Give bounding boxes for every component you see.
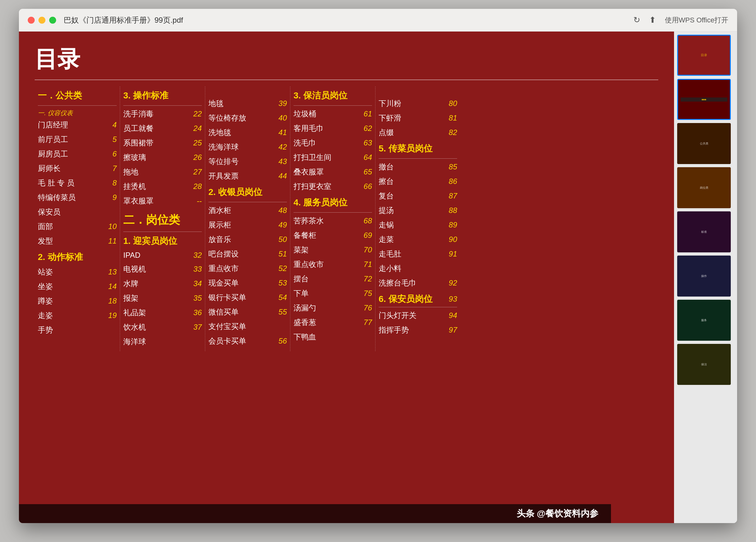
toc-item: 垃圾桶 61	[294, 109, 372, 119]
toc-item: 打扫卫生间 64	[294, 152, 372, 162]
toc-item: 支付宝买单	[208, 322, 287, 332]
toc-item: 微信买单 55	[208, 307, 287, 317]
toc-item: 发型 11	[38, 236, 117, 246]
toc-col-3: 地毯 39 等位椅存放 40 洗地毯 41 洗海洋球 42	[205, 86, 290, 351]
section-title-3: 3. 操作标准	[123, 90, 202, 102]
toc-item: 走锅 89	[379, 220, 457, 230]
toc-item: 菜架 70	[294, 245, 372, 255]
toc-item: 走姿 19	[38, 311, 117, 321]
toc-col-5: 下川粉 80 下虾滑 81 点缀 82 5. 传菜员岗位	[375, 86, 460, 351]
toc-item: 盛香葱 77	[294, 318, 372, 328]
toc-item: 厨师长 7	[38, 163, 117, 173]
thumbnail-2[interactable]: ■■■	[677, 79, 731, 120]
toc-item: 站姿 13	[38, 267, 117, 277]
toc-item: 饮水机 37	[123, 322, 202, 332]
toc-item: 叠衣服罩 65	[294, 167, 372, 177]
toc-item: 摆台 72	[294, 274, 372, 284]
thumbnail-3[interactable]: 公共类	[677, 123, 731, 164]
refresh-icon[interactable]: ↻	[633, 15, 640, 25]
toc-item: 现金买单 53	[208, 278, 287, 288]
window-controls	[28, 17, 56, 24]
toc-col-4: 3. 保洁员岗位 垃圾桶 61 客用毛巾 62 洗毛巾 63	[290, 86, 375, 351]
toc-item: 走菜 90	[379, 234, 457, 244]
toc-item: 重点收市 52	[208, 263, 287, 274]
toc-item: 走毛肚 91	[379, 249, 457, 259]
sub-section-label: 一. 仪容仪表	[38, 109, 117, 117]
section-title-7: 3. 保洁员岗位	[294, 90, 372, 102]
sidebar-thumbnails: 目录 ■■■ 公共类 岗位类	[674, 32, 737, 523]
footer-bar: 头条 @餐饮资料内参	[19, 504, 611, 523]
toc-item: 等位椅存放 40	[208, 113, 287, 123]
toc-item: 礼品架 36	[123, 308, 202, 318]
toc-title: 目录	[35, 44, 658, 80]
thumbnail-8[interactable]: 保洁	[677, 344, 731, 385]
toc-item: 提汤 88	[379, 205, 457, 215]
toc-item: 厨房员工 6	[38, 149, 117, 159]
toc-item: 撤台 85	[379, 162, 457, 172]
toc-item: 下鸭血	[294, 332, 372, 342]
toc-item: 酒水柜 48	[208, 205, 287, 215]
toc-item: 指挥手势 97	[379, 325, 457, 335]
section-title-1: 一．公共类	[38, 90, 117, 102]
toc-item: 备餐柜 69	[294, 230, 372, 240]
waiter-section: 4. 服务员岗位	[294, 196, 372, 213]
toc-item: 手势	[38, 325, 117, 335]
toc-item: 蹲姿 18	[38, 296, 117, 306]
toc-item: 系围裙带 25	[123, 138, 202, 148]
toc-item: 会员卡买单 56	[208, 336, 287, 346]
toc-col-1: 一．公共类 一. 仪容仪表 门店经理 4 前厅员工 5 厨房员工 6	[35, 86, 120, 351]
toc-item: 洗海洋球 42	[208, 142, 287, 152]
toc-item: 地毯 39	[208, 98, 287, 108]
toc-item: 吧台摆设 51	[208, 249, 287, 259]
toc-item: 开具发票 44	[208, 171, 287, 181]
section-title-10: 6. 保安员岗位	[379, 293, 433, 305]
section-title-4: 二．岗位类	[123, 212, 202, 228]
toc-item: 擦台 86	[379, 176, 457, 186]
thumbnail-6[interactable]: 操作	[677, 255, 731, 297]
thumbnail-1[interactable]: 目录	[677, 35, 731, 76]
toc-col-2: 3. 操作标准 洗手消毒 22 员工就餐 24 系围裙带 25	[120, 86, 205, 351]
window: 巴奴《门店通用标准手册》99页.pdf ↻ ⬆ 使用WPS Office打开 目…	[19, 9, 737, 523]
thumbnail-7[interactable]: 服务	[677, 300, 731, 341]
section-title-5: 1. 迎宾员岗位	[123, 235, 202, 247]
toc-item: 前厅员工 5	[38, 134, 117, 144]
toc-item: 洗地毯 41	[208, 127, 287, 137]
section-2-header: 二．岗位类 1. 迎宾员岗位	[123, 212, 202, 247]
section-title-6: 2. 收银员岗位	[208, 186, 287, 198]
toc-item: 电视机 33	[123, 264, 202, 274]
close-button[interactable]	[28, 17, 35, 24]
thumbnail-4[interactable]: 岗位类	[677, 167, 731, 208]
section-title-8: 4. 服务员岗位	[294, 196, 372, 208]
toc-item: 点缀 82	[379, 127, 457, 137]
toc-item: 展示柜 49	[208, 220, 287, 230]
minimize-button[interactable]	[38, 17, 45, 24]
pdf-viewer: 目录 一．公共类 一. 仪容仪表 门店经理 4 前厅员工 5	[19, 32, 674, 523]
toc-item: 放音乐 50	[208, 234, 287, 244]
toc-item: 等位排号 43	[208, 156, 287, 166]
toc-item: 罩衣服罩 --	[123, 196, 202, 206]
toc-item: 走小料	[379, 263, 457, 274]
wps-open-button[interactable]: 使用WPS Office打开	[665, 15, 728, 25]
toc-item: 毛 肚 专 员 8	[38, 178, 117, 188]
window-title: 巴奴《门店通用标准手册》99页.pdf	[64, 15, 633, 25]
titlebar: 巴奴《门店通用标准手册》99页.pdf ↻ ⬆ 使用WPS Office打开	[19, 9, 737, 32]
toc-item: 报架 35	[123, 293, 202, 303]
toc-item: 水牌 34	[123, 279, 202, 289]
section-title-2: 2. 动作标准	[38, 251, 117, 263]
toc-item: 银行卡买单 54	[208, 293, 287, 303]
toc-item: 下虾滑 81	[379, 113, 457, 123]
toc-item: 下单 75	[294, 289, 372, 299]
toc-item: 洗擦台毛巾 92	[379, 278, 457, 288]
toc-item: IPAD 32	[123, 251, 202, 259]
titlebar-actions: ↻ ⬆ 使用WPS Office打开	[633, 15, 728, 25]
toc-item: 苦荞茶水 68	[294, 216, 372, 226]
cashier-section: 2. 收银员岗位	[208, 186, 287, 202]
share-icon[interactable]: ⬆	[649, 15, 656, 25]
maximize-button[interactable]	[49, 17, 56, 24]
toc-item: 擦玻璃 26	[123, 152, 202, 162]
toc-item: 汤漏勺 76	[294, 303, 372, 313]
thumbnail-5[interactable]: 标准	[677, 211, 731, 252]
toc-item: 坐姿 14	[38, 282, 117, 292]
footer-watermark: 头条 @餐饮资料内参	[517, 508, 598, 520]
delivery-section: 5. 传菜员岗位	[379, 143, 457, 159]
